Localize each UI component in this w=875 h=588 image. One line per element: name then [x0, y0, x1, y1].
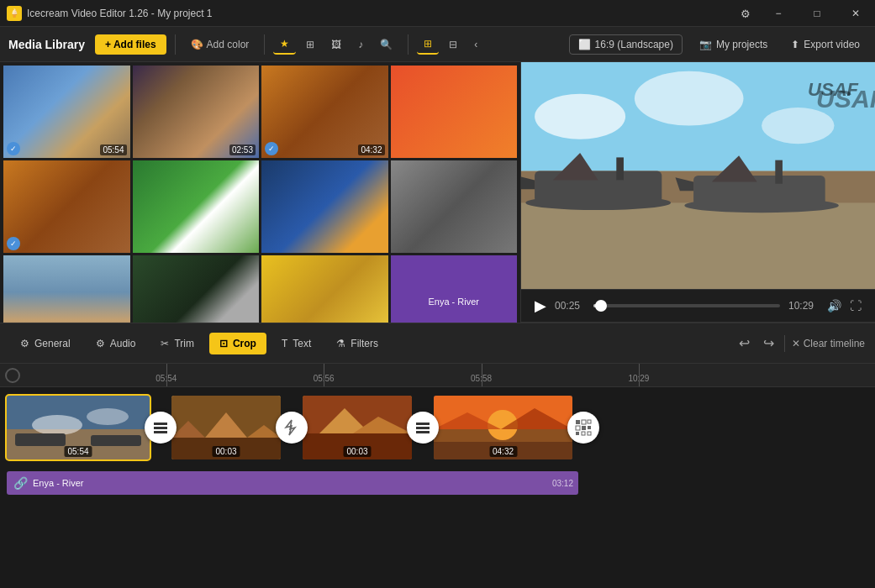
media-library-grid: 05:54 ✓ 02:53 04:32 ✓ ✓ [0, 62, 521, 323]
svg-rect-21 [15, 433, 66, 446]
audio-clip-duration: 03:12 [552, 479, 573, 488]
audio-tool-button[interactable]: ⚙ Audio [86, 333, 146, 354]
filters-tool-button[interactable]: ⚗ Filters [326, 333, 388, 354]
svg-rect-12 [693, 176, 825, 206]
settings-button[interactable]: ⚙ [732, 0, 759, 27]
timeline-clip-4[interactable]: 04:32 [434, 396, 572, 459]
timeline-clip-3[interactable]: 00:03 [303, 396, 412, 459]
media-item[interactable] [133, 160, 260, 253]
timeline-clip-1[interactable]: 05:54 [7, 396, 150, 459]
media-item[interactable] [391, 160, 518, 253]
export-video-button[interactable]: ⬆ Export video [784, 35, 867, 54]
media-item-music[interactable]: Enya - River [391, 255, 518, 323]
thumbnail-bg [261, 255, 388, 323]
minimize-button[interactable]: − [759, 0, 798, 27]
volume-button[interactable]: 🔊 [827, 299, 841, 312]
color-wheel-icon: 🎨 [191, 39, 203, 50]
preview-controls: ▶ 00:25 10:29 🔊 ⛶ [521, 289, 875, 322]
fullscreen-button[interactable]: ⛶ [850, 299, 862, 312]
preview-video: USAF [521, 62, 875, 289]
svg-point-3 [635, 71, 744, 126]
svg-rect-37 [416, 431, 430, 433]
toolbar-separator-1 [175, 34, 176, 55]
svg-rect-46 [582, 420, 586, 424]
redo-button[interactable]: ↪ [760, 332, 777, 354]
collapse-button[interactable]: ‹ [467, 35, 484, 54]
clear-timeline-button[interactable]: ✕ Clear timeline [792, 338, 865, 349]
add-color-button[interactable]: 🎨 Add color [184, 35, 256, 54]
close-icon: ✕ [792, 338, 800, 349]
filter-photo-button[interactable]: 🖼 [324, 35, 348, 54]
filters-icon: ⚗ [336, 338, 345, 349]
aspect-ratio-button[interactable]: ⬜ 16:9 (Landscape) [569, 34, 683, 55]
svg-rect-50 [588, 426, 591, 429]
timeline-circle[interactable] [5, 368, 20, 383]
timeline-clip-2[interactable]: 00:03 [171, 396, 281, 459]
media-item[interactable]: 04:32 ✓ [261, 66, 388, 158]
view-list-button[interactable]: ⊟ [442, 35, 464, 54]
view-grid-button[interactable]: ⊞ [417, 34, 439, 55]
thumbnail-bg [3, 160, 130, 253]
close-button[interactable]: ✕ [836, 0, 875, 27]
crop-tool-button[interactable]: ⊡ Crop [209, 333, 266, 354]
transition-icon-1 [152, 419, 169, 436]
toolbar-right: ⬜ 16:9 (Landscape) 📷 My projects ⬆ Expor… [569, 34, 867, 55]
transition-button-2[interactable] [407, 412, 439, 444]
ruler-line-4 [639, 364, 640, 386]
media-item[interactable]: ✓ [3, 160, 130, 253]
link-icon: 🔗 [13, 476, 28, 490]
media-item[interactable]: 02:53 [133, 66, 260, 158]
clip-duration-1: 05:54 [64, 446, 92, 457]
general-icon: ⚙ [20, 338, 29, 349]
toolbar-divider [784, 335, 785, 352]
progress-knob[interactable] [595, 300, 607, 312]
undo-button[interactable]: ↩ [735, 332, 753, 354]
filter-grid-button[interactable]: ⊞ [299, 35, 321, 54]
progress-bar[interactable] [593, 304, 780, 307]
filter-all-button[interactable]: ★ [273, 34, 296, 55]
media-item[interactable]: 05:54 ✓ [3, 66, 130, 158]
svg-rect-49 [588, 420, 591, 423]
ruler-line-2 [324, 364, 324, 386]
general-tool-button[interactable]: ⚙ General [10, 333, 81, 354]
checkerboard-icon [574, 418, 593, 437]
audio-clip[interactable]: 🔗 Enya - River 03:12 [7, 471, 578, 495]
transition-button-1[interactable] [145, 412, 177, 444]
filter-audio-button[interactable]: ♪ [351, 35, 370, 54]
play-button[interactable]: ▶ [535, 297, 546, 315]
thumbnail-bg [3, 255, 130, 323]
effect-button-2[interactable] [567, 412, 599, 444]
media-item[interactable] [3, 255, 130, 323]
export-icon: ⬆ [791, 39, 799, 50]
effect-button-1[interactable] [276, 412, 308, 444]
selected-check: ✓ [7, 142, 20, 155]
preview-svg: USAF [521, 62, 875, 289]
text-icon: T [282, 338, 287, 349]
audio-track: 🔗 Enya - River 03:12 [0, 468, 875, 497]
my-projects-button[interactable]: 📷 My projects [693, 35, 774, 54]
add-files-button[interactable]: + Add files [95, 34, 166, 55]
svg-rect-47 [576, 426, 580, 430]
transition-icon-2 [414, 419, 431, 436]
media-item[interactable] [133, 255, 260, 323]
svg-rect-7 [535, 171, 662, 203]
text-tool-button[interactable]: T Text [271, 333, 321, 354]
toolbar-separator-2 [264, 34, 265, 55]
svg-rect-45 [576, 420, 580, 424]
maximize-button[interactable]: □ [798, 0, 836, 27]
media-item[interactable] [391, 66, 518, 158]
svg-point-19 [32, 415, 82, 435]
media-item[interactable] [261, 160, 388, 253]
media-item[interactable] [261, 255, 388, 323]
edit-toolbar: ⚙ General ⚙ Audio ✂ Trim ⊡ Crop T Text ⚗… [0, 323, 875, 363]
filter-search-button[interactable]: 🔍 [373, 35, 399, 54]
clip-duration-4: 04:32 [489, 446, 517, 457]
svg-rect-52 [582, 432, 585, 435]
crop-icon: ⊡ [219, 338, 228, 349]
thumbnail-bg [391, 66, 518, 158]
trim-tool-button[interactable]: ✂ Trim [150, 333, 204, 354]
clip-duration-3: 00:03 [343, 446, 371, 457]
app-title: Icecream Video Editor 1.26 - My project … [27, 8, 213, 19]
timeline-ruler: 05:54 05:56 05:58 10:29 [0, 364, 875, 387]
svg-rect-35 [416, 423, 430, 425]
